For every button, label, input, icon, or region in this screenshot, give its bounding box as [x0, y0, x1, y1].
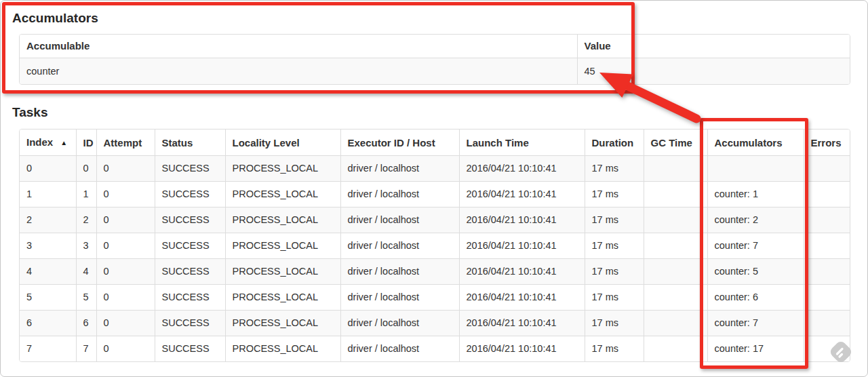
cell-gc-time: [644, 285, 707, 311]
column-header-label: Duration: [592, 137, 634, 148]
table-row: 770SUCCESSPROCESS_LOCALdriver / localhos…: [20, 336, 850, 362]
cell-status: SUCCESS: [155, 336, 225, 362]
cell-attempt: 0: [96, 311, 155, 336]
cell-duration: 17 ms: [585, 156, 644, 182]
cell-launch-time: 2016/04/21 10:10:41: [459, 285, 585, 311]
cell-gc-time: [644, 311, 707, 336]
cell-locality-level: PROCESS_LOCAL: [225, 182, 340, 207]
cell-duration: 17 ms: [585, 207, 644, 233]
tasks-section-title: Tasks: [12, 104, 856, 120]
cell-launch-time: 2016/04/21 10:10:41: [459, 336, 585, 362]
column-header-launch-time[interactable]: Launch Time: [459, 130, 585, 156]
cell-status: SUCCESS: [155, 207, 225, 233]
cell-index: 6: [20, 311, 76, 336]
cell-status: SUCCESS: [155, 311, 225, 336]
cell-accumulators: counter: 17: [707, 336, 804, 362]
cell-accumulators: counter: 1: [707, 182, 804, 207]
cell-launch-time: 2016/04/21 10:10:41: [459, 259, 585, 285]
cell-attempt: 0: [96, 207, 155, 233]
column-header-label: Errors: [811, 137, 842, 148]
cell-locality-level: PROCESS_LOCAL: [225, 311, 340, 336]
table-row: 110SUCCESSPROCESS_LOCALdriver / localhos…: [20, 182, 850, 207]
cell-errors: [804, 156, 850, 182]
cell-launch-time: 2016/04/21 10:10:41: [459, 233, 585, 259]
column-header-label: ID: [83, 137, 94, 148]
cell-id: 6: [76, 311, 96, 336]
column-header-label: Locality Level: [233, 137, 300, 148]
accumulators-table: AccumulableValuecounter45: [20, 35, 850, 84]
column-header-label: Attempt: [104, 137, 142, 148]
cell-index: 0: [20, 156, 76, 182]
column-header-gc-time[interactable]: GC Time: [644, 130, 707, 156]
column-header-label: Launch Time: [467, 137, 529, 148]
cell-duration: 17 ms: [585, 311, 644, 336]
accumulators-table-wrapper: AccumulableValuecounter45: [19, 34, 850, 85]
cell-executor-id-host: driver / localhost: [340, 311, 459, 336]
cell-accumulators: counter: 7: [707, 233, 804, 259]
cell-index: 3: [20, 233, 76, 259]
cell-locality-level: PROCESS_LOCAL: [225, 233, 340, 259]
cell-id: 2: [76, 207, 96, 233]
cell-errors: [804, 285, 850, 311]
header-row: Index▲IDAttemptStatusLocality LevelExecu…: [20, 130, 850, 156]
cell-launch-time: 2016/04/21 10:10:41: [459, 207, 585, 233]
cell-executor-id-host: driver / localhost: [340, 156, 459, 182]
cell-id: 7: [76, 336, 96, 362]
cell-accumulators: counter: 7: [707, 311, 804, 336]
accumulators-section-title: Accumulators: [12, 10, 856, 26]
tasks-table: Index▲IDAttemptStatusLocality LevelExecu…: [20, 130, 850, 361]
column-header-duration[interactable]: Duration: [585, 130, 644, 156]
cell-status: SUCCESS: [155, 182, 225, 207]
column-header-status[interactable]: Status: [155, 130, 225, 156]
column-header-id[interactable]: ID: [76, 130, 96, 156]
column-header-label: Accumulators: [715, 137, 783, 148]
column-header-value[interactable]: Value: [577, 35, 850, 58]
cell-duration: 17 ms: [585, 233, 644, 259]
column-header-label: Index: [26, 136, 53, 148]
cell-gc-time: [644, 233, 707, 259]
cell-accumulators: counter: 2: [707, 207, 804, 233]
spark-stage-page: Accumulators AccumulableValuecounter45 T…: [0, 0, 868, 377]
cell-errors: [804, 233, 850, 259]
cell-index: 7: [20, 336, 76, 362]
column-header-errors[interactable]: Errors: [804, 130, 850, 156]
column-header-accumulable[interactable]: Accumulable: [20, 35, 577, 58]
cell-attempt: 0: [96, 285, 155, 311]
cell-executor-id-host: driver / localhost: [340, 285, 459, 311]
cell-executor-id-host: driver / localhost: [340, 182, 459, 207]
cell-launch-time: 2016/04/21 10:10:41: [459, 311, 585, 336]
cell-duration: 17 ms: [585, 336, 644, 362]
column-header-label: Value: [585, 40, 611, 52]
cell-errors: [804, 182, 850, 207]
cell-gc-time: [644, 207, 707, 233]
cell-accumulators: counter: 5: [707, 259, 804, 285]
feedly-extension-icon[interactable]: [827, 338, 854, 365]
sort-ascending-icon: ▲: [60, 139, 67, 146]
column-header-locality-level[interactable]: Locality Level: [225, 130, 340, 156]
cell-accumulators: [707, 156, 804, 182]
cell-duration: 17 ms: [585, 182, 644, 207]
column-header-executor-id-host[interactable]: Executor ID / Host: [340, 130, 459, 156]
column-header-attempt[interactable]: Attempt: [96, 130, 155, 156]
cell-status: SUCCESS: [155, 233, 225, 259]
cell-accumulators: counter: 6: [707, 285, 804, 311]
page-content: Accumulators AccumulableValuecounter45 T…: [1, 1, 867, 362]
table-row: 550SUCCESSPROCESS_LOCALdriver / localhos…: [20, 285, 850, 311]
header-row: AccumulableValue: [20, 35, 850, 58]
column-header-index[interactable]: Index▲: [20, 130, 76, 156]
cell-status: SUCCESS: [155, 285, 225, 311]
cell-index: 4: [20, 259, 76, 285]
cell-value: 45: [577, 58, 850, 85]
table-row: 440SUCCESSPROCESS_LOCALdriver / localhos…: [20, 259, 850, 285]
column-header-accumulators[interactable]: Accumulators: [707, 130, 804, 156]
cell-locality-level: PROCESS_LOCAL: [225, 156, 340, 182]
cell-attempt: 0: [96, 233, 155, 259]
table-row: 220SUCCESSPROCESS_LOCALdriver / localhos…: [20, 207, 850, 233]
cell-launch-time: 2016/04/21 10:10:41: [459, 182, 585, 207]
cell-gc-time: [644, 156, 707, 182]
cell-launch-time: 2016/04/21 10:10:41: [459, 156, 585, 182]
table-row: counter45: [20, 58, 850, 85]
cell-executor-id-host: driver / localhost: [340, 207, 459, 233]
cell-id: 0: [76, 156, 96, 182]
column-header-label: Accumulable: [26, 40, 90, 52]
